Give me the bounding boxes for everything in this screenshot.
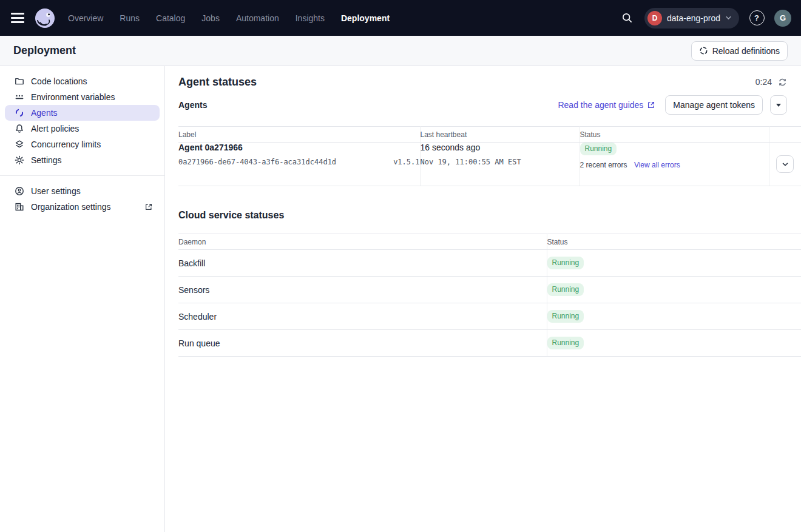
sidebar: Code locations Environment variables Age… — [0, 66, 165, 532]
top-nav: Overview Runs Catalog Jobs Automation In… — [0, 0, 801, 36]
deployment-switcher[interactable]: D data-eng-prod — [644, 8, 739, 29]
refresh-icon[interactable] — [778, 78, 787, 87]
column-header-daemon: Daemon — [178, 234, 547, 250]
daemon-name: Scheduler — [178, 303, 547, 330]
agent-guides-link[interactable]: Read the agent guides — [558, 100, 655, 110]
column-header-status: Status — [547, 234, 801, 250]
sidebar-item-code-locations[interactable]: Code locations — [5, 73, 160, 89]
nav-item-deployment[interactable]: Deployment — [341, 13, 390, 23]
avatar[interactable]: G — [774, 10, 791, 27]
chevron-down-icon — [725, 15, 732, 21]
external-link-icon — [144, 202, 154, 212]
agents-label: Agents — [178, 100, 207, 110]
agent-row: Agent 0a271966 0a271966-de67-4043-a3f6-a… — [178, 143, 801, 186]
caret-down-icon — [776, 104, 781, 107]
nav-item-jobs[interactable]: Jobs — [201, 13, 220, 23]
agents-more-actions-button[interactable] — [770, 95, 787, 115]
cloud-service-statuses-title: Cloud service statuses — [178, 208, 801, 223]
nav-item-overview[interactable]: Overview — [68, 13, 103, 23]
chevron-down-icon — [781, 160, 789, 169]
status-badge: Running — [580, 143, 617, 155]
page-header: Deployment Reload definitions — [0, 36, 801, 66]
agent-icon — [15, 108, 24, 118]
agent-id: 0a271966-de67-4043-a3f6-aca31dc44d1d — [178, 158, 336, 166]
reload-definitions-button[interactable]: Reload definitions — [691, 41, 788, 61]
heartbeat-timestamp: Nov 19, 11:00:55 AM EST — [421, 158, 580, 166]
nav-item-insights[interactable]: Insights — [296, 13, 325, 23]
daemon-row-scheduler: Scheduler Running — [178, 303, 801, 330]
agent-statuses-header: Agent statuses 0:24 — [178, 75, 801, 89]
daemon-name: Sensors — [178, 277, 547, 303]
daemon-row-run-queue: Run queue Running — [178, 330, 801, 357]
daemon-row-sensors: Sensors Running — [178, 277, 801, 303]
nav-item-automation[interactable]: Automation — [236, 13, 279, 23]
primary-nav: Overview Runs Catalog Jobs Automation In… — [68, 13, 390, 23]
sidebar-item-settings[interactable]: Settings — [5, 152, 160, 168]
agent-name: Agent 0a271966 — [178, 143, 420, 152]
daemon-row-backfill: Backfill Running — [178, 250, 801, 277]
heartbeat-relative: 16 seconds ago — [421, 143, 580, 152]
sidebar-item-alert-policies[interactable]: Alert policies — [5, 121, 160, 136]
page-title: Deployment — [13, 44, 76, 57]
building-icon — [15, 202, 24, 212]
agents-table: Label Last heartbeat Status Agent 0a2719… — [178, 126, 801, 186]
manage-agent-tokens-button[interactable]: Manage agent tokens — [665, 95, 763, 115]
help-icon[interactable]: ? — [746, 8, 767, 29]
status-badge: Running — [547, 337, 584, 349]
deployment-badge: D — [647, 11, 662, 25]
daemon-name: Backfill — [178, 250, 547, 277]
agent-statuses-title: Agent statuses — [178, 75, 257, 89]
nav-item-runs[interactable]: Runs — [120, 13, 140, 23]
variables-icon — [15, 92, 24, 102]
main-content: Agent statuses 0:24 Agents Read the agen… — [165, 66, 801, 532]
agent-row-expand-button[interactable] — [776, 155, 794, 173]
layers-icon — [15, 140, 24, 149]
cloud-services-table: Daemon Status Backfill Running Sensors R… — [178, 234, 801, 357]
bell-icon — [15, 124, 24, 133]
sidebar-divider — [0, 175, 164, 176]
agents-subheader: Agents Read the agent guides Manage agen… — [178, 93, 801, 117]
column-header-label: Label — [178, 127, 420, 143]
search-icon[interactable] — [617, 8, 637, 29]
sidebar-item-organization-settings[interactable]: Organization settings — [5, 199, 160, 215]
agent-version: v1.5.1 — [393, 158, 419, 166]
status-badge: Running — [547, 310, 584, 323]
deployment-name: data-eng-prod — [667, 13, 720, 23]
external-link-icon — [647, 101, 655, 109]
sidebar-item-environment-variables[interactable]: Environment variables — [5, 89, 160, 105]
column-header-last-heartbeat: Last heartbeat — [420, 127, 580, 143]
recent-errors-count: 2 recent errors — [580, 161, 627, 169]
view-all-errors-link[interactable]: View all errors — [634, 161, 680, 169]
refresh-countdown: 0:24 — [755, 77, 772, 87]
sidebar-item-user-settings[interactable]: User settings — [5, 183, 160, 199]
daemon-name: Run queue — [178, 330, 547, 357]
folder-icon — [15, 76, 24, 86]
menu-icon[interactable] — [11, 10, 28, 27]
gear-icon — [15, 155, 24, 165]
user-icon — [15, 186, 24, 196]
column-header-status: Status — [580, 127, 769, 143]
status-badge: Running — [547, 283, 584, 296]
sidebar-item-concurrency-limits[interactable]: Concurrency limits — [5, 136, 160, 152]
sidebar-item-agents[interactable]: Agents — [5, 105, 160, 121]
dagster-logo-icon[interactable] — [34, 7, 56, 29]
nav-item-catalog[interactable]: Catalog — [156, 13, 185, 23]
status-badge: Running — [547, 257, 584, 269]
reload-icon — [699, 46, 708, 55]
